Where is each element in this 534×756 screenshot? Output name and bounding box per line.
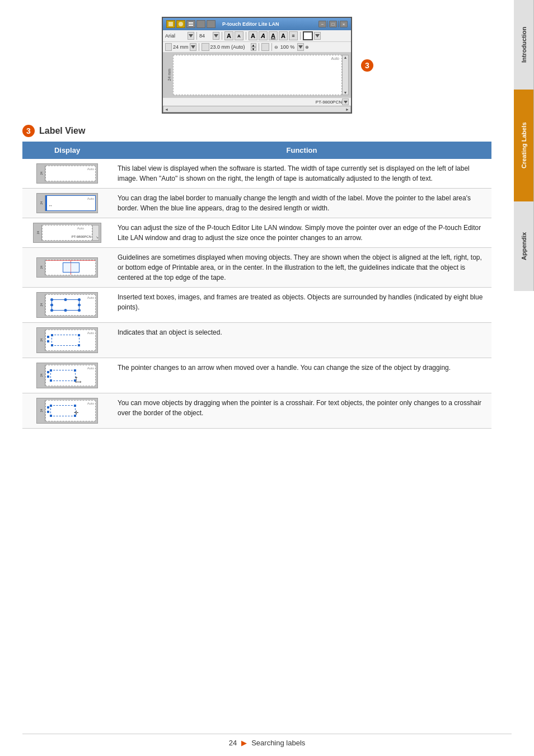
thumb-2-outer: 24 Auto ↔ xyxy=(36,193,98,213)
format-A-shadow[interactable]: A xyxy=(279,31,288,40)
svg-marker-7 xyxy=(191,45,195,49)
thumb-6-sidebar: 24 xyxy=(39,330,45,351)
thumb-2-tape: Auto ↔ xyxy=(45,195,96,211)
scroll-down-arrow[interactable]: ▼ xyxy=(344,91,348,95)
section-header: 3 Label View xyxy=(22,125,491,137)
function-cell-2: You can drag the label border to manuall… xyxy=(112,189,491,218)
pt-model-label: PT-9800PCN xyxy=(316,100,342,105)
table-row: 24 Auto ↔ You can dr xyxy=(22,189,491,218)
main-content: P-touch Editor Lite LAN − □ × Arial xyxy=(0,0,514,462)
size-dropdown-btn[interactable] xyxy=(213,32,219,40)
thumb-3-resize: ↘ xyxy=(92,225,99,241)
thumb-6-object xyxy=(51,335,79,346)
function-text-1: This label view is displayed when the so… xyxy=(118,165,470,182)
thumb-3-tape: Auto PT-9800PCN xyxy=(42,225,92,241)
thumb-6-measure: 24 xyxy=(40,339,44,342)
tape-length-up[interactable]: ▲ xyxy=(251,43,256,47)
tape-area: Auto xyxy=(173,55,342,95)
function-text-4: Guidelines are sometimes displayed when … xyxy=(118,253,482,281)
thumb-5-auto: Auto xyxy=(87,295,94,300)
vertical-scrollbar[interactable]: ▲ ▼ xyxy=(342,55,349,95)
scroll-right-arrow[interactable]: ► xyxy=(344,107,350,111)
sidebar-item-appendix[interactable]: Appendix xyxy=(514,201,534,291)
svg-rect-0 xyxy=(168,22,173,26)
sel-handle-bl xyxy=(51,344,53,346)
thumb-7-resize-arrows: ⟺ xyxy=(75,379,81,386)
svg-rect-2 xyxy=(189,22,193,24)
thumb-8-tape: Auto ✛ xyxy=(45,400,96,421)
text-box-icon xyxy=(303,31,313,40)
display-cell-3: 24 Auto PT-9800PCN ↘ xyxy=(22,218,112,248)
toolbar-sep1 xyxy=(196,32,197,40)
th8-h-tl xyxy=(50,405,52,407)
zoom-minus[interactable]: ⊖ xyxy=(274,45,278,50)
scroll-left-arrow[interactable]: ◄ xyxy=(163,107,170,111)
tape-width-dropdown[interactable] xyxy=(190,43,196,51)
maximize-button[interactable]: □ xyxy=(329,21,337,27)
thumb-6-auto: Auto xyxy=(87,331,94,336)
status-dropdown[interactable] xyxy=(342,98,349,105)
format-bold-A[interactable]: A xyxy=(249,31,257,40)
th7-side-1 xyxy=(47,371,49,373)
toolbar-sep4 xyxy=(300,32,301,40)
format-A-small[interactable]: A xyxy=(235,31,243,40)
font-dropdown-btn[interactable] xyxy=(188,32,194,40)
text-box-dropdown[interactable] xyxy=(314,32,321,40)
sel-side-1 xyxy=(47,336,49,338)
screenshot-area: P-touch Editor Lite LAN − □ × Arial xyxy=(22,17,491,114)
app-titlebar: P-touch Editor Lite LAN − □ × xyxy=(163,18,351,30)
svg-point-1 xyxy=(179,22,183,26)
tape-length-down[interactable]: ▼ xyxy=(251,47,256,51)
function-cell-5: Inserted text boxes, images, and frames … xyxy=(112,288,491,323)
table-row: 24 Auto xyxy=(22,358,491,393)
app-icon-3 xyxy=(186,20,195,28)
zoom-plus[interactable]: ⊕ xyxy=(305,45,309,50)
tape-length-display: 23.0 mm (Auto) xyxy=(210,44,250,50)
toolbar-sep2 xyxy=(222,32,222,40)
thumb-8-object xyxy=(50,405,76,416)
format-A-large[interactable]: A xyxy=(224,31,233,40)
thumb-7-outer: 24 Auto xyxy=(36,363,98,388)
display-cell-1: 24 Auto xyxy=(22,159,112,189)
close-button[interactable]: × xyxy=(340,21,348,27)
thumb-7-inner: 24 Auto xyxy=(39,365,96,386)
display-cell-4: 24 xyxy=(22,248,112,288)
svg-marker-8 xyxy=(298,45,303,49)
format-underline-A[interactable]: A xyxy=(269,31,278,40)
thumb-8-sidebar: 24 xyxy=(39,400,45,421)
sidebar-item-creating-labels[interactable]: Creating Labels xyxy=(514,90,534,201)
page-arrow: ▶ xyxy=(241,739,247,747)
minimize-button[interactable]: − xyxy=(318,21,326,27)
app-icon-1 xyxy=(166,20,175,28)
th8-h-tr xyxy=(74,405,76,407)
th7-h-bl xyxy=(50,379,52,382)
table-row: 24 Auto PT-9800PCN ↘ You xyxy=(22,218,491,248)
thumb-4-tape xyxy=(45,260,96,275)
thumb-2-sidebar: 24 xyxy=(39,195,45,211)
sel-handle-br xyxy=(78,344,80,346)
thumb-5-outer: 24 Auto xyxy=(36,292,98,318)
function-cell-4: Guidelines are sometimes displayed when … xyxy=(112,248,491,288)
scroll-up-arrow[interactable]: ▲ xyxy=(344,55,348,59)
thumb-3-resize-icon: ↘ xyxy=(96,235,99,240)
titlebar-separator xyxy=(327,21,328,27)
format-italic-A[interactable]: A xyxy=(259,31,268,40)
tape-width-display: 24 mm xyxy=(173,44,189,50)
thumb-1-tape: Auto xyxy=(45,166,96,181)
thumb-2-auto: Auto xyxy=(87,196,94,201)
page-number: 24 xyxy=(229,739,237,747)
sidebar-item-introduction[interactable]: Introduction xyxy=(514,0,534,90)
thumb-7-tape: Auto ↖ xyxy=(45,365,96,386)
th8-h-bl xyxy=(50,415,52,417)
side-measure-text: 24 mm xyxy=(167,69,171,81)
thumb-5-measure: 24 xyxy=(40,303,44,307)
format-align[interactable]: ≡ xyxy=(289,31,298,40)
thumb-1-auto: Auto xyxy=(87,167,94,172)
titlebar-buttons: − □ × xyxy=(318,21,348,27)
tape-icon-2 xyxy=(202,43,209,51)
zoom-dropdown[interactable] xyxy=(297,43,304,51)
tape-length-spinners: ▲ ▼ xyxy=(251,43,256,51)
zoom-display: 100 % xyxy=(279,44,296,50)
horizontal-scrollbar[interactable]: ◄ ► xyxy=(163,106,351,112)
function-text-7: The pointer changes to an arrow when mov… xyxy=(118,364,451,372)
